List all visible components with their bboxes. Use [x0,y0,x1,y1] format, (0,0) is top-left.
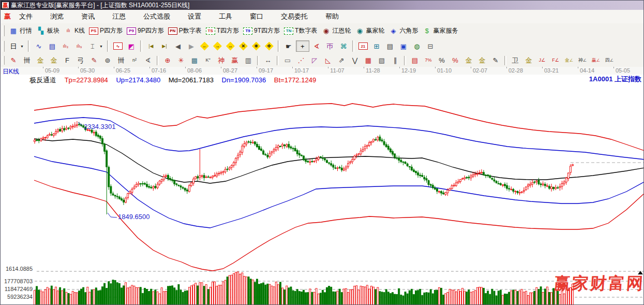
target-circle-button[interactable]: ⊕ [161,55,174,66]
f-angle-button[interactable]: F∠ [549,55,562,66]
j-angle-button[interactable]: J∠ [536,55,548,66]
n-square-button[interactable]: n² [128,55,141,66]
ruler-123-button[interactable]: ▥ [242,55,254,66]
winner-service-button[interactable]: $赢家服务 [421,25,459,37]
star-adjust-button[interactable]: ✳ [250,40,262,52]
calendar-button[interactable]: 21 [357,40,369,52]
notepad-button[interactable]: ▤ [384,40,396,52]
t-square-button[interactable]: TST四方形 [204,25,241,37]
gann-fence-button[interactable]: 卌 [21,55,33,66]
crosshair-tool-button[interactable]: + [296,40,309,52]
ying-angle-button[interactable]: 赢∠ [590,55,602,66]
kline-chart[interactable] [1,75,644,305]
menu-item-帮助[interactable]: 帮助 [324,11,340,22]
percent-7-button[interactable]: 7% [422,55,435,66]
angle-fence-button[interactable]: ∢ [142,55,154,66]
cycle-fence-button[interactable]: 弓 [74,55,87,66]
time-fence-button[interactable]: 卌 [115,55,127,66]
gann-shape-button[interactable]: 帀 [324,40,336,52]
menu-item-江恩[interactable]: 江恩 [111,11,127,22]
menu-item-设置[interactable]: 设置 [187,11,202,22]
shift-left-button[interactable]: ← [199,40,211,52]
zoom-wave-button[interactable]: ∿ [33,40,45,52]
expand-horizontal-button[interactable]: ↔ [224,40,236,52]
first-bar-button[interactable]: |◀ [145,40,157,52]
menu-item-交易委托[interactable]: 交易委托 [280,11,309,22]
next-bar-button[interactable]: ▶ [185,40,198,52]
gold-circle-button[interactable]: 金 [462,55,475,66]
p-number-table-button[interactable]: PNP数字表 [167,25,203,37]
diag-box-button[interactable]: ◺ [322,55,334,66]
pen-dark-button[interactable]: ✎ [489,55,502,66]
grid-arrow-button[interactable]: ▧ [376,55,388,66]
menu-item-公式选股[interactable]: 公式选股 [142,11,171,22]
gann-compass-button[interactable]: ⊚ [101,55,114,66]
t-number-table-button[interactable]: TNT数字表 [282,25,319,37]
red-fan-button[interactable]: ⋰ [295,55,307,66]
star-grid-button[interactable]: ✳ [175,55,187,66]
candle-type-button[interactable]: ⌶▼ [86,40,104,52]
percent-chart-button[interactable]: ▤ [409,55,421,66]
p-square-button[interactable]: PSP四方形 [87,25,124,37]
zigzag-lines-button[interactable]: ⋁ [349,55,361,66]
prev-bar-button[interactable]: ◀ [172,40,184,52]
width-measure-button[interactable]: ↔ [262,55,274,66]
hand-tool-button[interactable]: ☛ [282,40,295,52]
wei-tool-button[interactable]: 卫 [509,55,521,66]
fibo-fence-button[interactable]: F [61,55,73,66]
info-view-button[interactable]: ▤ [46,40,58,52]
angle-measure-button[interactable]: ∢ [310,40,323,52]
rect-tool-button[interactable]: ▭ [281,55,294,66]
last-bar-button[interactable]: ▶| [158,40,171,52]
menu-item-文件[interactable]: 文件 [18,11,34,22]
save-button[interactable]: ▣ [397,40,410,52]
cross-adjust-button[interactable]: ✛ [263,40,275,52]
percent-button[interactable]: % [436,55,448,66]
period-selector-button[interactable]: 日▼ [7,40,25,52]
shen-grid-button[interactable]: 神 [215,55,228,66]
hexagon-button[interactable]: ◈六角形 [387,25,420,37]
trend-arrows-button[interactable]: ⇗ [335,55,348,66]
spider-grid-button[interactable]: ▩ [188,55,201,66]
brush-red-button[interactable]: ✎ [7,55,20,66]
wave-tool-button[interactable]: ⌘ [337,40,350,52]
web-export-button[interactable]: ◍ [411,40,423,52]
compress-button[interactable]: ✕ [237,40,249,52]
gold-fence-2-button[interactable]: 金 [48,55,60,66]
bars-3-button[interactable]: ılı₃ [59,40,72,52]
print-button[interactable]: ⊟ [424,40,437,52]
menu-item-窗口[interactable]: 窗口 [249,11,264,22]
gold-angle-button[interactable]: 金∠ [563,55,575,66]
shift-right-button[interactable]: → [212,40,223,52]
gold-line-button[interactable]: 金 [476,55,488,66]
shen-angle-button[interactable]: 神∠ [576,55,589,66]
toolbar-grip[interactable] [2,41,5,52]
calculator-button[interactable]: ⊞ [370,40,383,52]
percent-line-button[interactable]: % [449,55,461,66]
title-bar[interactable]: 赢 赢家江恩专业版[赢家服务平台] - [上证指数 SH1A0001-255日K… [1,1,644,10]
9p-square-button[interactable]: P99P四方形 [125,25,166,37]
kline-button[interactable]: ılıK线 [62,25,86,37]
parallel-lines-button[interactable]: ∥ [389,55,401,66]
gann-wheel-button[interactable]: ◉江恩轮 [320,25,352,37]
histogram-colored-button[interactable]: ◩ [125,40,138,52]
si-angle-button[interactable]: 四∠ [603,55,616,66]
gann-zigzag-button[interactable]: ∿ [112,40,124,52]
bars-9-button[interactable]: ılı₉ [73,40,85,52]
menu-item-工具[interactable]: 工具 [218,11,233,22]
ying-grid-button[interactable]: 赢 [229,55,241,66]
quotes-button[interactable]: ▦行情 [7,25,34,37]
k-quote-button[interactable]: K" [202,55,214,66]
toolbar-grip[interactable] [2,25,5,36]
red-grid-button[interactable]: ▦ [362,55,375,66]
gold-fence-1-button[interactable]: 金 [34,55,47,66]
toolbar-grip[interactable] [2,56,5,65]
9t-square-button[interactable]: T99T四方形 [242,25,281,37]
menu-item-浏览[interactable]: 浏览 [49,11,65,22]
fan-box-button[interactable]: ◸ [308,55,321,66]
kline-chart-pane[interactable]: 极反通道 Tp=2273.8984 Up=2174.3480 Md=2061.7… [1,75,644,305]
sectors-button[interactable]: ▚板块 [35,25,61,37]
gold-underline-button[interactable]: 金 [522,55,535,66]
brush-2-button[interactable]: ✎ [88,55,100,66]
winner-wheel-button[interactable]: ◉赢家轮 [353,25,386,37]
